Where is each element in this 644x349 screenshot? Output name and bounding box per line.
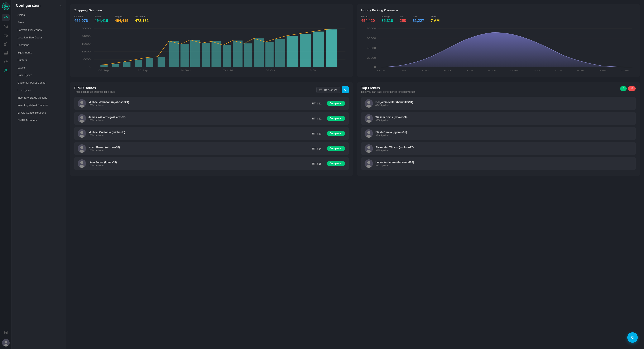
shipping-stat-delivered: Delivered472,132: [135, 15, 148, 23]
svg-text:10 AM: 10 AM: [488, 70, 496, 72]
svg-point-105: [367, 101, 370, 104]
sidebar-item-epod-cancel-reasons[interactable]: EPOD Cancel Reasons: [13, 109, 64, 116]
nav-icon-shelves[interactable]: [2, 49, 10, 56]
sidebar-item-smtp-accounts[interactable]: SMTP Accounts: [13, 117, 64, 124]
svg-point-102: [80, 161, 83, 164]
route-info: Noah Brown (nbrown08) 100% delivered: [88, 146, 310, 152]
shipping-stat-shipped: Shipped494,419: [115, 15, 128, 23]
svg-rect-12: [4, 51, 8, 54]
sidebar-item-inventory-status-options[interactable]: Inventory Status Options: [13, 94, 64, 101]
svg-text:16 Sep: 16 Sep: [138, 69, 148, 72]
picker-sub: 35086 picked: [376, 119, 632, 122]
sidebar-item-labels[interactable]: Labels: [13, 64, 64, 71]
status-badge: Completed: [326, 101, 345, 106]
epod-refresh-button[interactable]: ↻: [342, 86, 349, 93]
svg-point-117: [367, 161, 370, 164]
svg-point-5: [4, 36, 5, 37]
svg-point-108: [367, 116, 370, 119]
sidebar-item-uom-types[interactable]: Uom Types: [13, 87, 64, 94]
nav-icon-building[interactable]: [2, 328, 10, 336]
config-sidebar: Configuration × AislesAreasForward Pick …: [12, 0, 66, 349]
svg-point-22: [4, 341, 7, 343]
user-avatar[interactable]: [2, 339, 10, 346]
svg-rect-37: [112, 64, 119, 67]
route-item: Michael Custodio (michaelc) 100% deliver…: [74, 127, 349, 140]
route-name: Michael Custodio (michaelc): [88, 131, 310, 134]
hourly-stats-row: Picked494,420Average35,316Min258Max61,22…: [361, 15, 636, 23]
picker-item: William Davis (wdavis20) 35086 picked: [361, 112, 636, 125]
nav-icon-warehouse[interactable]: [2, 23, 10, 30]
svg-text:Oct '24: Oct '24: [223, 69, 233, 72]
hourly-chart: 80000 60000 40000 20000 0 12: [361, 26, 636, 73]
epod-routes-header: EPOD Routes Track each route progress fo…: [74, 86, 349, 93]
hourly-stat-max: Max61,227: [412, 15, 424, 23]
svg-rect-42: [169, 41, 179, 67]
sidebar-item-pallet-types[interactable]: Pallet Types: [13, 72, 64, 79]
sidebar-item-printers[interactable]: Printers: [13, 56, 64, 64]
top-pickers-header: Top Pickers Here you can track performan…: [361, 86, 636, 93]
shipping-stats-row: Ordered495,076Picked494,419Shipped494,41…: [74, 15, 349, 23]
sidebar-item-location-size-codes[interactable]: Location Size Codes: [13, 34, 64, 41]
route-sub: 100% delivered: [88, 149, 310, 152]
route-avatar: [78, 144, 86, 153]
sidebar-item-aisles[interactable]: Aisles: [13, 11, 64, 19]
route-code: RT 3.14: [312, 147, 322, 150]
hourly-picking-card: Hourly Picking Overview Picked494,420Ave…: [357, 4, 640, 77]
svg-point-11: [5, 45, 6, 46]
picker-sub: 33259 picked: [376, 149, 632, 152]
picker-sub: 33445 picked: [376, 134, 632, 137]
status-badge: Completed: [326, 131, 345, 136]
route-code: RT 3.15: [312, 162, 322, 165]
sidebar-item-equipments[interactable]: Equipments: [13, 49, 64, 56]
sidebar-item-locations[interactable]: Locations: [13, 41, 64, 49]
picker-avatar: [364, 159, 373, 168]
route-item: Noah Brown (nbrown08) 100% delivered RT …: [74, 142, 349, 155]
hourly-stat-min: Min258: [400, 15, 406, 23]
icon-sidebar: [0, 0, 12, 349]
bottom-row: EPOD Routes Track each route progress fo…: [70, 82, 640, 176]
svg-point-15: [5, 61, 6, 62]
svg-text:20000: 20000: [367, 57, 376, 59]
picker-sub: 43424 picked: [376, 104, 632, 107]
pickers-badge-green[interactable]: 0: [620, 86, 627, 91]
top-pickers-title-block: Top Pickers Here you can track performan…: [361, 86, 416, 93]
svg-rect-43: [180, 44, 189, 67]
svg-text:24 Sep: 24 Sep: [180, 69, 190, 72]
svg-text:2 PM: 2 PM: [533, 70, 540, 72]
close-button[interactable]: ×: [60, 4, 62, 8]
route-info: Michael Custodio (michaelc) 100% deliver…: [88, 131, 310, 137]
sidebar-item-customer-pallet-config[interactable]: Customer Pallet Config: [13, 79, 64, 86]
shipping-stat-ordered: Ordered495,076: [74, 15, 88, 23]
picker-name: Elijah Garcia (egarcia55): [376, 131, 632, 134]
svg-text:0: 0: [89, 66, 91, 68]
picker-name: William Davis (wdavis20): [376, 116, 632, 119]
sidebar-item-areas[interactable]: Areas: [13, 19, 64, 26]
svg-text:6000: 6000: [83, 58, 90, 61]
svg-text:12 AM: 12 AM: [377, 70, 385, 72]
nav-icon-activity[interactable]: [2, 14, 10, 21]
svg-rect-44: [190, 40, 200, 67]
date-input[interactable]: 10/23/2024: [316, 87, 340, 93]
svg-point-1: [5, 6, 7, 7]
route-info: Liam Jones (ljones33) 100% delivered: [88, 161, 310, 167]
sidebar-item-forward-pick-zones[interactable]: Forward Pick Zones: [13, 26, 64, 34]
nav-icon-truck[interactable]: [2, 31, 10, 39]
route-info: Michael Johnson (mjohnson24) 100% delive…: [88, 101, 310, 107]
picker-info: William Davis (wdavis20) 35086 picked: [376, 116, 632, 122]
svg-text:10 PM: 10 PM: [621, 70, 630, 72]
sidebar-item-inventory-adjust-reasons[interactable]: Inventory Adjust Reasons: [13, 102, 64, 109]
nav-icon-settings2[interactable]: [2, 58, 10, 65]
routes-list: Michael Johnson (mjohnson24) 100% delive…: [74, 97, 349, 170]
svg-point-93: [80, 116, 83, 119]
floating-refresh-button[interactable]: ↻: [627, 332, 638, 343]
svg-text:8 PM: 8 PM: [600, 70, 606, 72]
svg-rect-46: [212, 41, 222, 67]
pickers-badge-red[interactable]: 26: [628, 86, 636, 91]
route-name: James Williams (jwilliams87): [88, 116, 310, 119]
route-item: Liam Jones (ljones33) 100% delivered RT …: [74, 157, 349, 170]
nav-icon-forklift[interactable]: [2, 40, 10, 48]
route-info: James Williams (jwilliams87) 100% delive…: [88, 116, 310, 122]
svg-rect-47: [223, 45, 231, 67]
nav-icon-gear-active[interactable]: [2, 66, 10, 74]
route-avatar: [78, 159, 86, 168]
